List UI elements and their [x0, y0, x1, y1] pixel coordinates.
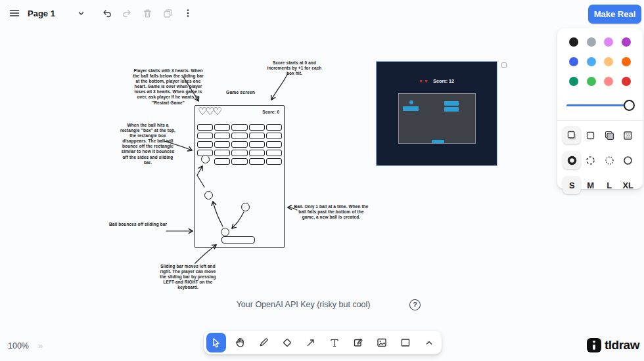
dash-dashed-button[interactable]	[582, 151, 600, 169]
duplicate-button[interactable]	[158, 4, 177, 22]
dash-solid-icon	[622, 155, 633, 166]
tool-asset[interactable]	[372, 333, 392, 352]
opacity-slider-thumb[interactable]	[624, 100, 635, 111]
size-m-button[interactable]: M	[582, 176, 600, 194]
sketch-brick	[249, 150, 265, 156]
annotation-brick-note[interactable]: When the ball hits a rectangle "box" at …	[105, 123, 191, 165]
preview-game-area	[398, 93, 476, 144]
size-l-button[interactable]: L	[600, 176, 618, 194]
game-preview-panel[interactable]: ♥ ♥ Score: 12	[376, 61, 497, 166]
annotation-ball-note[interactable]: Ball. Only 1 ball at a time. When the ba…	[291, 204, 371, 220]
sketch-ball-bottom[interactable]	[221, 228, 229, 236]
color-swatch-black[interactable]	[569, 37, 578, 47]
sketch-brick	[197, 141, 213, 148]
fill-semi-button[interactable]	[563, 126, 581, 144]
sketch-brick	[231, 133, 247, 139]
sketch-brick	[214, 133, 230, 139]
help-button[interactable]: ?	[409, 299, 421, 310]
arrow-icon	[305, 337, 317, 349]
make-real-button[interactable]: Make Real	[588, 5, 641, 24]
tldraw-brand[interactable]: tldraw	[587, 338, 639, 352]
preview-paddle	[432, 140, 444, 143]
sketch-ball-right[interactable]	[241, 203, 250, 211]
tool-note[interactable]	[348, 333, 368, 352]
main-menu-button[interactable]	[5, 4, 24, 22]
annotation-sliding-note[interactable]: Sliding bar moves left and right. The pl…	[160, 264, 216, 290]
color-swatch-green[interactable]	[569, 77, 578, 86]
fill-pattern-icon	[622, 130, 633, 141]
tool-rectangle[interactable]	[396, 333, 415, 352]
trash-icon	[142, 8, 153, 19]
chevron-up-icon	[424, 337, 434, 348]
tool-dock	[204, 331, 442, 354]
diamond-icon	[281, 337, 293, 349]
color-swatch-orange[interactable]	[622, 57, 631, 66]
dash-style-row	[557, 150, 643, 171]
fill-style-row	[557, 125, 643, 146]
sketch-brick	[197, 124, 213, 131]
fill-solid-button[interactable]	[600, 126, 618, 144]
dash-solid-button[interactable]	[619, 151, 637, 169]
dash-dotted-button[interactable]	[600, 151, 618, 169]
color-swatch-blue[interactable]	[569, 57, 578, 66]
color-swatch-yellow[interactable]	[604, 57, 613, 66]
size-xl-button[interactable]: XL	[619, 176, 637, 194]
color-swatch-red[interactable]	[622, 77, 631, 86]
tldraw-logo-text: tldraw	[605, 338, 639, 352]
dash-draw-button[interactable]	[563, 151, 581, 169]
tool-draw[interactable]	[254, 333, 273, 352]
sketch-hearts: ♡♡♡	[198, 105, 220, 117]
tool-more[interactable]	[419, 333, 439, 352]
sketch-brick	[266, 124, 282, 131]
undo-button[interactable]	[97, 4, 116, 22]
more-options-button[interactable]	[179, 4, 197, 22]
page-menu-button[interactable]: Page 1	[28, 4, 85, 22]
tool-hand[interactable]	[230, 333, 250, 352]
annotation-game-screen-label[interactable]: Game screen	[221, 90, 260, 95]
duplicate-icon	[162, 8, 173, 19]
sketch-ball-top[interactable]	[201, 155, 210, 163]
fill-none-button[interactable]	[582, 126, 600, 144]
opacity-slider[interactable]	[565, 94, 635, 116]
zoom-level[interactable]: 100%	[8, 341, 29, 350]
color-swatch-light-red[interactable]	[604, 77, 613, 86]
note-icon	[352, 337, 364, 349]
sketch-brick	[214, 150, 230, 156]
sketch-sliding-bar[interactable]	[221, 236, 255, 244]
fill-pattern-button[interactable]	[619, 126, 637, 144]
expand-chevrons-icon[interactable]: »	[38, 341, 41, 350]
annotation-bounce-note[interactable]: Ball bounces off sliding bar	[109, 222, 175, 227]
api-key-input[interactable]	[223, 296, 383, 313]
tool-select[interactable]	[206, 333, 226, 352]
sketch-brick	[266, 141, 282, 148]
delete-button[interactable]	[138, 4, 156, 22]
preview-brick	[403, 106, 419, 111]
text-icon	[329, 337, 340, 349]
annotation-score-note[interactable]: Score starts at 0 and increments by +1 f…	[262, 60, 327, 76]
sketch-brick	[266, 133, 282, 139]
preview-duplicate-icon[interactable]	[501, 62, 507, 68]
tldraw-app: Page 1 Make Real	[0, 0, 644, 361]
color-swatch-light-violet[interactable]	[604, 37, 613, 47]
rectangle-icon	[400, 337, 411, 349]
sketch-brick	[266, 150, 282, 156]
annotation-player-note[interactable]: Player starts with 3 hearts. When the ba…	[129, 68, 208, 106]
tool-eraser[interactable]	[277, 333, 297, 352]
size-s-button[interactable]: S	[563, 176, 581, 194]
color-swatch-light-green[interactable]	[587, 77, 596, 86]
redo-button[interactable]	[118, 4, 136, 22]
sketch-brick	[231, 124, 247, 131]
tldraw-logo-icon	[587, 338, 601, 352]
sketch-brick-grid	[197, 124, 282, 165]
tool-arrow[interactable]	[301, 333, 321, 352]
dash-draw-icon	[566, 155, 578, 166]
color-swatch-grey[interactable]	[587, 37, 596, 47]
sketch-ball-mid[interactable]	[204, 191, 213, 200]
color-swatch-violet[interactable]	[622, 37, 631, 47]
sketch-brick	[231, 141, 247, 148]
style-panel-divider	[557, 120, 643, 121]
tool-text[interactable]	[325, 333, 344, 352]
sketch-game-screen[interactable]: ♡♡♡ Score: 0	[195, 105, 285, 248]
sketch-brick	[249, 133, 265, 139]
color-swatch-light-blue[interactable]	[587, 57, 596, 66]
